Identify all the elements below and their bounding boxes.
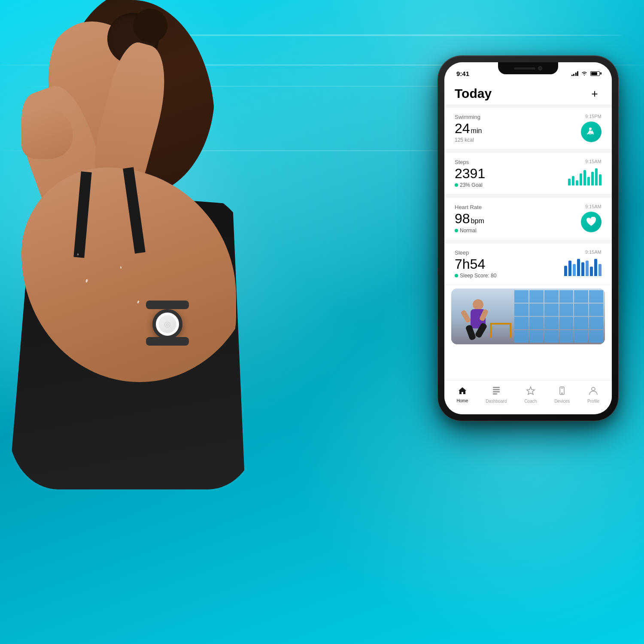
step-bar-7	[591, 172, 594, 185]
steps-card[interactable]: Steps 2391 23% Goal 9:15AM	[444, 153, 612, 194]
steps-sub: 23% Goal	[455, 182, 567, 188]
sleep-dot	[455, 274, 458, 277]
divider-2	[444, 149, 612, 153]
steps-label: Steps	[455, 159, 567, 165]
swimming-info: Swimming 24 min 125 kcal	[455, 114, 567, 143]
divider-3	[444, 194, 612, 198]
droplet-4	[77, 253, 79, 255]
nav-label-dashboard: Dashboard	[486, 399, 507, 404]
profile-icon	[589, 386, 598, 398]
nav-item-coach[interactable]: Coach	[520, 384, 541, 405]
heart-rate-card[interactable]: Heart Rate 98 bpm Normal 9:15AM	[444, 198, 612, 240]
nav-label-profile: Profile	[587, 399, 599, 404]
sleep-bar-5	[581, 262, 584, 276]
sleep-card[interactable]: Sleep 7h54 Sleep Score: 80 9:15AM	[444, 243, 612, 285]
bleacher-row-1	[514, 290, 603, 303]
svg-rect-3	[493, 393, 497, 395]
nav-label-devices: Devices	[554, 399, 570, 404]
heart-rate-unit: bpm	[471, 217, 484, 225]
steps-number: 2391	[455, 166, 485, 181]
page-title: Today	[455, 86, 492, 101]
swimming-time: 9:15PM	[585, 114, 601, 119]
heart-rate-icon	[581, 212, 601, 232]
sleep-sub: Sleep Score: 80	[455, 273, 564, 279]
hurdle-post-2	[510, 323, 511, 338]
svg-point-8	[592, 387, 595, 391]
status-icons	[571, 70, 600, 77]
heart-rate-sub: Normal	[455, 228, 567, 234]
bleacher-row-3	[514, 317, 603, 329]
coach-icon	[526, 386, 535, 398]
sleep-bar-1	[564, 266, 567, 276]
bleacher-row-2	[514, 304, 603, 316]
step-bar-5	[583, 170, 586, 185]
notch-speaker	[514, 67, 535, 70]
divider-1	[444, 104, 612, 108]
step-bar-6	[587, 177, 590, 185]
sleep-bar-9	[598, 264, 601, 276]
sleep-value: 7h54	[455, 257, 564, 272]
stadium-bleachers	[513, 289, 605, 344]
steps-card-right: 9:15AM	[567, 159, 601, 185]
wifi-icon	[581, 70, 587, 77]
sleep-bar-3	[573, 264, 576, 276]
steps-time: 9:15AM	[585, 159, 601, 164]
heart-rate-time: 9:15AM	[585, 204, 601, 209]
svg-rect-0	[493, 387, 500, 388]
battery-icon	[590, 71, 600, 76]
nav-label-coach: Coach	[524, 399, 537, 404]
notch-camera	[538, 66, 542, 70]
divider-4	[444, 240, 612, 243]
step-bar-3	[576, 180, 578, 185]
nav-item-dashboard[interactable]: Dashboard	[481, 384, 511, 405]
devices-icon	[558, 386, 566, 398]
add-button[interactable]: +	[588, 87, 601, 100]
svg-point-6	[562, 393, 562, 394]
sleep-time: 9:15AM	[585, 249, 601, 255]
heart-rate-label: Heart Rate	[455, 204, 567, 210]
watch-band-top	[146, 301, 189, 309]
sleep-number: 7h54	[455, 257, 485, 272]
svg-marker-4	[527, 387, 535, 395]
swimming-number: 24	[455, 121, 470, 136]
swimming-card-right: 9:15PM	[567, 114, 601, 142]
step-bar-8	[595, 168, 598, 185]
svg-rect-2	[493, 391, 500, 392]
sleep-card-right: 9:15AM	[564, 249, 601, 276]
heart-rate-value: 98 bpm	[455, 211, 567, 226]
workout-coach-card[interactable]	[451, 289, 605, 344]
steps-info: Steps 2391 23% Goal	[455, 159, 567, 188]
sleep-bar-7	[590, 267, 593, 276]
sleep-info: Sleep 7h54 Sleep Score: 80	[455, 249, 564, 279]
swimming-label: Swimming	[455, 114, 567, 120]
sleep-bar-8	[594, 259, 597, 276]
heart-rate-number: 98	[455, 211, 470, 226]
phone-wrapper: 9:41	[438, 56, 618, 421]
runner-arm-1	[460, 310, 471, 323]
step-bar-1	[568, 179, 571, 185]
sleep-label: Sleep	[455, 249, 564, 256]
bleacher-row-4	[514, 330, 603, 343]
swimming-sub: 125 kcal	[455, 137, 567, 143]
swimming-icon	[581, 122, 601, 142]
nav-item-devices[interactable]: Devices	[550, 384, 574, 405]
runner-head	[473, 299, 483, 310]
sleep-bar-4	[577, 259, 580, 276]
app-header: Today +	[444, 81, 612, 104]
nav-item-profile[interactable]: Profile	[583, 384, 604, 405]
heart-rate-dot	[455, 229, 458, 232]
steps-dot	[455, 183, 458, 187]
signal-icon	[571, 71, 579, 76]
swimming-unit: min	[471, 127, 482, 135]
watch-face: ◎	[152, 309, 182, 339]
sleep-chart	[564, 259, 601, 276]
phone-notch	[498, 62, 558, 74]
hair-bun-2	[133, 9, 167, 43]
steps-goal-text: 23% Goal	[460, 182, 483, 188]
app-content[interactable]: Today + Swimming 24 min 125 kcal	[444, 81, 612, 380]
heart-rate-info: Heart Rate 98 bpm Normal	[455, 204, 567, 233]
sleep-bar-2	[568, 261, 571, 276]
nav-item-home[interactable]: Home	[453, 385, 473, 405]
nav-label-home: Home	[457, 398, 468, 403]
swimming-card[interactable]: Swimming 24 min 125 kcal 9:15PM	[444, 108, 612, 149]
